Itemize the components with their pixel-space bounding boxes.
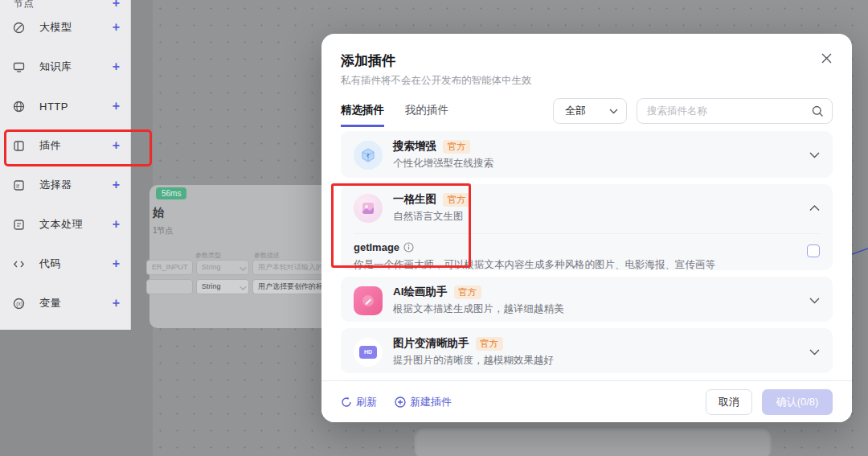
tool-desc: 你是一个作画大师，可以根据文本内容生成多种风格的图片、电影海报、宣传画等 [354, 258, 820, 272]
sidebar-item-label: 知识库 [39, 60, 113, 74]
plus-circle-icon [395, 396, 406, 408]
node-subtitle: 1节点 [153, 225, 174, 236]
plugin-name: 一格生图 [393, 192, 436, 207]
search-input[interactable] [647, 105, 812, 117]
official-badge: 官方 [454, 286, 481, 299]
sidebar-item-label: 变量 [39, 296, 113, 310]
modal-subtitle: 私有插件将不会在公开发布的智能体中生效 [341, 74, 532, 88]
sidebar-item-label: 文本处理 [39, 217, 113, 232]
plugin-card-hd-enhance[interactable]: HD 图片变清晰助手 官方 提升图片的清晰度，越模糊效果越好 [341, 328, 833, 373]
node-sidebar: 节点 + 大模型 + 知识库 + HTTP + 插件 + If 选择器 + [0, 0, 131, 330]
add-node-button[interactable]: + [113, 218, 120, 231]
add-node-button[interactable]: + [113, 297, 120, 310]
sidebar-item-knowledge[interactable]: 知识库 + [0, 57, 131, 76]
official-badge: 官方 [443, 140, 470, 154]
sidebar-item-label: 插件 [39, 138, 113, 153]
plugin-desc: 提升图片的清晰度，越模糊效果越好 [393, 354, 820, 368]
refresh-button[interactable]: 刷新 [341, 395, 377, 409]
sidebar-item-label: 代码 [39, 257, 113, 271]
chevron-up-icon[interactable] [809, 205, 820, 212]
add-node-button[interactable]: + [113, 0, 120, 10]
svg-text:(x): (x) [16, 301, 23, 307]
sidebar-item-code[interactable]: 代码 + [0, 254, 131, 273]
modal-title: 添加插件 [341, 51, 395, 70]
sidebar-item-http[interactable]: HTTP + [0, 97, 131, 116]
sidebar-item-partial[interactable]: 节点 + [0, 0, 131, 13]
plugin-name: 图片变清晰助手 [393, 336, 469, 351]
plugin-icon [12, 139, 26, 153]
plugin-card-search-enhance[interactable]: 搜索增强 官方 个性化增强型在线搜索 [341, 131, 833, 178]
sidebar-item-plugin[interactable]: 插件 + [0, 136, 131, 155]
tool-name: getImage [354, 241, 399, 253]
chevron-down-icon[interactable] [809, 152, 820, 158]
text-processing-icon [12, 218, 26, 232]
plugin-search-box [637, 98, 833, 124]
add-node-button[interactable]: + [113, 139, 120, 152]
plugin-name: AI绘画助手 [393, 285, 448, 299]
param-name-field [146, 279, 193, 294]
plugin-card-ai-draw[interactable]: AI绘画助手 官方 根据文本描述生成图片，越详细越精美 [341, 277, 833, 322]
plugin-card-image-gen[interactable]: 一格生图 官方 自然语言文生图 getImage 你是一个作画大师，可以根据文本… [341, 184, 833, 270]
sidebar-item-selector[interactable]: If 选择器 + [0, 175, 131, 195]
plugin-name: 搜索增强 [393, 139, 436, 154]
refresh-label: 刷新 [356, 395, 377, 409]
plugin-desc: 根据文本描述生成图片，越详细越精美 [393, 302, 820, 316]
chevron-down-icon[interactable] [809, 298, 820, 304]
node-title: 始 [153, 206, 164, 220]
add-node-button[interactable]: + [113, 21, 120, 34]
param-type-select: String [196, 279, 249, 294]
param-type-select: String [196, 260, 249, 275]
add-plugin-modal: 添加插件 私有插件将不会在公开发布的智能体中生效 精选插件 我的插件 全部 搜索… [321, 34, 852, 422]
chevron-down-icon[interactable] [809, 349, 820, 355]
svg-text:If: If [16, 183, 19, 188]
refresh-icon [341, 396, 352, 408]
close-icon[interactable] [818, 50, 834, 66]
plugin-desc: 自然语言文生图 [393, 210, 820, 224]
plugin-list: 搜索增强 官方 个性化增强型在线搜索 一格生图 官方 自然语言文 [341, 131, 833, 380]
if-selector-icon: If [12, 179, 26, 192]
plugin-tabs: 精选插件 我的插件 [341, 103, 448, 127]
search-enhance-plugin-icon [354, 141, 383, 170]
image-gen-plugin-icon [354, 194, 383, 223]
code-icon [12, 257, 26, 271]
node-runtime-badge: 56ms [156, 187, 186, 199]
param-name-field: ER_INPUT [146, 260, 193, 275]
plugin-desc: 个性化增强型在线搜索 [393, 157, 820, 170]
param-desc-header: 参数描述 [254, 251, 280, 260]
new-plugin-label: 新建插件 [410, 395, 452, 409]
official-badge: 官方 [443, 193, 470, 207]
cancel-button[interactable]: 取消 [706, 389, 752, 415]
ai-draw-plugin-icon [354, 286, 383, 315]
category-filter-select[interactable]: 全部 [553, 98, 627, 124]
sidebar-item-llm[interactable]: 大模型 + [0, 18, 131, 37]
tab-my-plugins[interactable]: 我的插件 [405, 103, 448, 127]
add-node-button[interactable]: + [113, 179, 120, 191]
tool-checkbox[interactable] [807, 244, 820, 257]
sidebar-item-label: HTTP [39, 101, 113, 113]
param-type-header: 参数类型 [195, 251, 221, 260]
filter-value: 全部 [565, 104, 609, 118]
sidebar-item-label: 节点 [14, 0, 113, 10]
llm-icon [12, 21, 26, 35]
sidebar-item-text[interactable]: 文本处理 + [0, 215, 131, 234]
add-node-button[interactable]: + [113, 60, 120, 73]
canvas-node-partial[interactable] [414, 426, 772, 456]
sidebar-item-variable[interactable]: (x) 变量 + [0, 294, 131, 313]
tab-featured-plugins[interactable]: 精选插件 [341, 103, 384, 127]
knowledge-base-icon [12, 60, 26, 74]
sidebar-item-label: 选择器 [39, 178, 113, 192]
globe-icon [12, 100, 26, 113]
sidebar-item-label: 大模型 [39, 20, 113, 35]
variable-icon: (x) [12, 297, 26, 310]
add-node-button[interactable]: + [113, 100, 120, 113]
chevron-down-icon [609, 109, 618, 114]
search-icon [812, 105, 824, 117]
official-badge: 官方 [476, 337, 503, 351]
confirm-button[interactable]: 确认(0/8) [762, 389, 833, 415]
modal-footer: 刷新 新建插件 取消 确认(0/8) [321, 380, 852, 422]
hd-plugin-icon: HD [354, 338, 383, 367]
add-node-button[interactable]: + [113, 257, 120, 270]
info-icon[interactable] [403, 242, 414, 253]
plugin-tool-section: getImage 你是一个作画大师，可以根据文本内容生成多种风格的图片、电影海报… [354, 233, 820, 272]
new-plugin-button[interactable]: 新建插件 [395, 395, 452, 409]
